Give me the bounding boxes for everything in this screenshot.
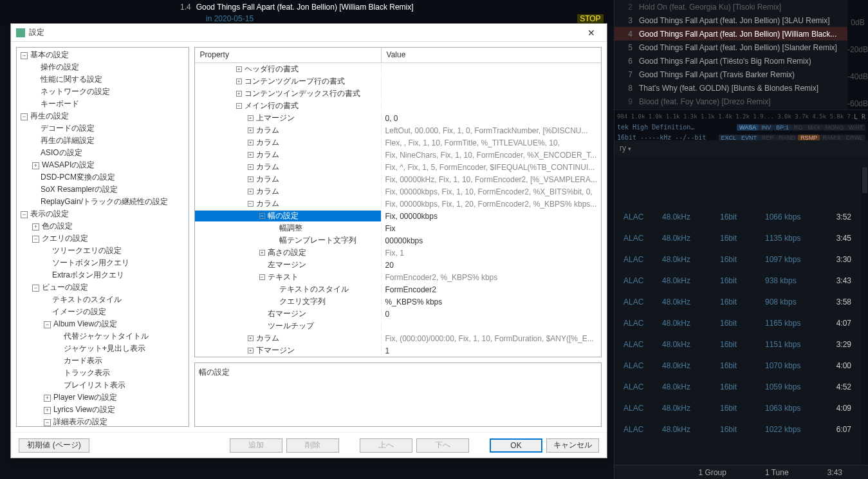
tree-node[interactable]: 操作の設定	[17, 61, 189, 73]
down-button[interactable]: 下へ	[416, 438, 469, 453]
ok-button[interactable]: OK	[490, 438, 542, 453]
expand-icon[interactable]: +	[248, 176, 254, 182]
tree-node[interactable]: 性能に関する設定	[17, 73, 189, 86]
tree-node[interactable]: テキストのスタイル	[17, 294, 189, 306]
grid-row[interactable]: テキストのスタイルFormEncoder2	[195, 283, 601, 296]
grid-row[interactable]: −幅の設定Fix, 00000kbps	[195, 210, 601, 222]
grid-row[interactable]: 幅調整Fix	[195, 222, 601, 234]
tree-node[interactable]: ジャケット+見出し表示	[17, 343, 189, 355]
add-button[interactable]: 追加	[230, 438, 282, 453]
tech-row[interactable]: ALAC48.0kHz16bit1070 kbps4:00	[614, 355, 860, 376]
expand-icon[interactable]: −	[32, 285, 39, 292]
expand-icon[interactable]: −	[21, 113, 28, 120]
tree-node[interactable]: Extraボタン用クエリ	[17, 269, 189, 281]
grid-row[interactable]: +高さの設定Fix, 1	[195, 247, 601, 259]
tech-row[interactable]: ALAC48.0kHz16bit1151 kbps3:29	[614, 333, 860, 355]
grid-row[interactable]: 右マージン0	[195, 308, 601, 320]
tree-node[interactable]: −詳細表示の設定	[17, 416, 189, 427]
tree-node[interactable]: 再生の詳細設定	[17, 135, 189, 147]
playlist-row[interactable]: 7Good Things Fall Apart (Travis Barker R…	[614, 68, 868, 81]
expand-icon[interactable]: +	[236, 79, 242, 84]
playlist-row[interactable]: 5Good Things Fall Apart (feat. Jon Belli…	[614, 41, 868, 54]
grid-row[interactable]: +カラムFix, NineChars, Fix, 1, 10, FormEnco…	[195, 149, 601, 161]
tech-row[interactable]: ALAC48.0kHz16bit938 kbps3:43	[614, 270, 860, 291]
expand-icon[interactable]: −	[248, 201, 254, 207]
tree-node[interactable]: 代替ジャケットタイトル	[17, 330, 189, 343]
tree-node[interactable]: SoX Resamplerの設定	[17, 183, 189, 196]
tech-row[interactable]: ALAC48.0kHz16bit1097 kbps3:30	[614, 249, 860, 270]
tree-node[interactable]: ツリークエリの設定	[17, 245, 189, 257]
grid-row[interactable]: +ヘッダ行の書式	[195, 63, 601, 75]
tech-row[interactable]: ALAC48.0kHz16bit1066 kbps3:52	[614, 206, 860, 227]
expand-icon[interactable]: −	[44, 321, 51, 328]
grid-row[interactable]: ツールチップ	[195, 320, 601, 332]
expand-icon[interactable]: +	[44, 407, 51, 414]
settings-tree[interactable]: −基本の設定操作の設定性能に関する設定ネットワークの設定キーボード−再生の設定デ…	[16, 47, 189, 427]
expand-icon[interactable]: −	[236, 103, 242, 109]
tree-node[interactable]: ネットワークの設定	[17, 86, 189, 98]
tech-row[interactable]: ALAC48.0kHz16bit1063 kbps4:09	[614, 397, 860, 418]
scrollbar-thumb[interactable]	[862, 167, 867, 193]
tree-node[interactable]: −表示の設定	[17, 208, 189, 220]
expand-icon[interactable]: −	[259, 274, 265, 280]
tree-node[interactable]: +WASAPIの設定	[17, 159, 189, 171]
expand-icon[interactable]: +	[259, 250, 265, 256]
expand-icon[interactable]: +	[248, 152, 254, 158]
grid-row[interactable]: −カラムFix, 00000kbps, Fix, 1, 20, FormEnco…	[195, 198, 601, 210]
grid-row[interactable]: +コンテンツインデックス行の書式	[195, 88, 601, 100]
tree-node[interactable]: −Album Viewの設定	[17, 318, 189, 330]
dialog-titlebar[interactable]: 設定 ✕	[11, 24, 607, 42]
expand-icon[interactable]: +	[248, 127, 254, 133]
expand-icon[interactable]: +	[236, 66, 242, 72]
playlist-row[interactable]: 6Good Things Fall Apart (Tiësto's Big Ro…	[614, 54, 868, 68]
tree-node[interactable]: −クエリの設定	[17, 232, 189, 245]
expand-icon[interactable]: −	[21, 211, 28, 218]
expand-icon[interactable]: +	[32, 162, 39, 169]
tree-node[interactable]: ソートボタン用クエリ	[17, 257, 189, 269]
expand-icon[interactable]: +	[248, 115, 254, 121]
tree-node[interactable]: +Lyrics Viewの設定	[17, 404, 189, 416]
expand-icon[interactable]: −	[32, 236, 39, 243]
playlist-row[interactable]: 3Good Things Fall Apart (feat. Jon Belli…	[614, 14, 868, 27]
expand-icon[interactable]: +	[248, 335, 254, 341]
tree-node[interactable]: −再生の設定	[17, 110, 189, 122]
property-grid[interactable]: Property Value +ヘッダ行の書式+コンテンツグループ行の書式+コン…	[194, 47, 602, 357]
playlist-row[interactable]: 4Good Things Fall Apart (feat. Jon Belli…	[614, 27, 868, 41]
up-button[interactable]: 上へ	[360, 438, 412, 453]
tech-row[interactable]: ALAC48.0kHz16bit908 kbps3:58	[614, 291, 860, 312]
expand-icon[interactable]: −	[44, 419, 51, 426]
grid-row[interactable]: −メイン行の書式	[195, 100, 601, 112]
tree-node[interactable]: DSD-PCM変換の設定	[17, 171, 189, 183]
tree-node[interactable]: デコードの設定	[17, 122, 189, 135]
expand-icon[interactable]: −	[21, 52, 28, 59]
grid-row[interactable]: +カラムFix, 00000kbps, Fix, 1, 10, FormEnco…	[195, 185, 601, 198]
grid-row[interactable]: +上マージン0, 0	[195, 112, 601, 124]
tree-node[interactable]: カード表示	[17, 355, 189, 367]
tree-node[interactable]: ASIOの設定	[17, 147, 189, 159]
grid-row[interactable]: +下マージン1	[195, 344, 601, 357]
expand-icon[interactable]: +	[236, 91, 242, 97]
playlist-row[interactable]: 9Blood (feat. Foy Vance) [Drezo Remix]4:…	[614, 95, 868, 108]
tree-node[interactable]: −ビューの設定	[17, 281, 189, 294]
grid-row[interactable]: 幅テンプレート文字列00000kbps	[195, 234, 601, 247]
expand-icon[interactable]: +	[248, 164, 254, 170]
grid-row[interactable]: +カラムFlex, , Fix, 1, 10, FormTitle, %_TIT…	[195, 136, 601, 149]
scrollbar[interactable]	[862, 167, 868, 465]
tree-node[interactable]: トラック表示	[17, 367, 189, 379]
expand-icon[interactable]: +	[44, 395, 51, 402]
expand-icon[interactable]: −	[259, 213, 265, 219]
filter-dropdown[interactable]: ry	[620, 144, 631, 153]
tree-node[interactable]: プレイリスト表示	[17, 379, 189, 391]
tree-node[interactable]: イメージの設定	[17, 306, 189, 318]
close-icon[interactable]: ✕	[581, 28, 602, 38]
grid-row[interactable]: −テキストFormEncoder2, %_KBPS% kbps	[195, 271, 601, 283]
expand-icon[interactable]: +	[248, 189, 254, 194]
grid-row[interactable]: +カラムFix, ^, Fix, 1, 5, FormEncoder, $IFE…	[195, 161, 601, 173]
filter-row[interactable]: ry	[614, 140, 868, 156]
defaults-button[interactable]: 初期値 (ページ)	[19, 438, 89, 453]
expand-icon[interactable]: +	[248, 348, 254, 353]
tech-row[interactable]: ALAC48.0kHz16bit1059 kbps4:52	[614, 376, 860, 397]
tree-node[interactable]: +色の設定	[17, 220, 189, 232]
tree-node[interactable]: −基本の設定	[17, 49, 189, 61]
delete-button[interactable]: 削除	[286, 438, 339, 453]
